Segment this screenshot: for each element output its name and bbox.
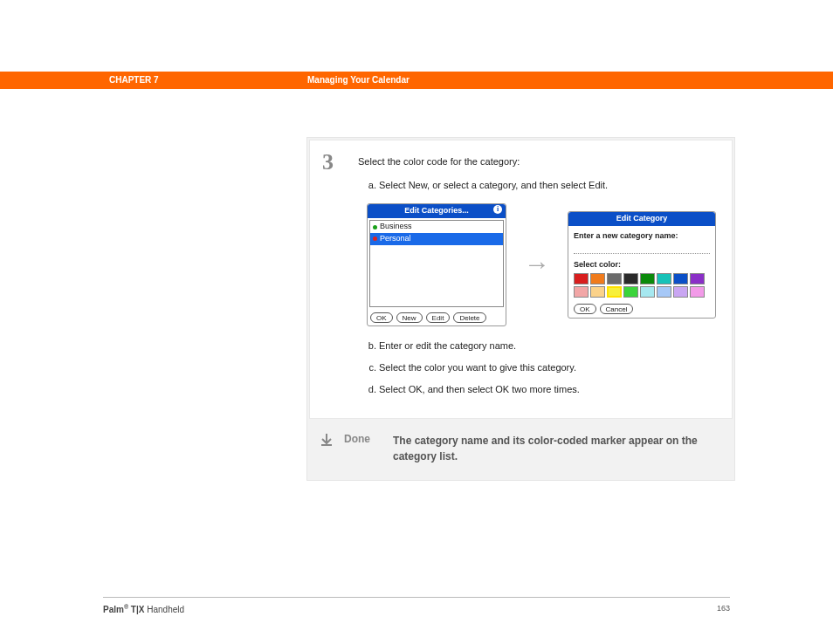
category-name: Personal	[380, 233, 411, 245]
color-swatch	[690, 286, 705, 298]
category-dot	[373, 225, 377, 230]
done-text: The category name and its color-coded ma…	[393, 433, 719, 464]
color-swatch	[574, 286, 589, 298]
color-swatch	[607, 273, 622, 284]
done-icon	[320, 433, 335, 464]
arrow-right-icon: →	[524, 244, 550, 285]
color-grid	[574, 273, 710, 298]
color-swatch	[590, 273, 605, 284]
dialog1-titlebar: Edit Categories... i	[368, 204, 506, 218]
color-swatch	[690, 273, 705, 284]
delete-button: Delete	[453, 312, 485, 323]
step-list: Select New, or select a category, and th…	[358, 178, 716, 193]
dialog2-body: Enter a new category name: Select color:…	[568, 226, 715, 319]
category-item-personal: Personal	[370, 233, 503, 245]
step-body: Select the color code for the category: …	[358, 140, 732, 418]
dialog1-title: Edit Categories...	[404, 206, 469, 215]
dialog2-titlebar: Edit Category	[568, 212, 715, 226]
step-list-cont: Enter or edit the category name. Select …	[358, 339, 716, 397]
color-swatch	[673, 273, 688, 284]
dialog2-title: Edit Category	[616, 214, 668, 223]
category-name: Business	[380, 221, 412, 233]
ok-button: OK	[574, 304, 596, 314]
color-swatch	[623, 286, 638, 298]
step-intro: Select the color code for the category:	[358, 154, 716, 169]
color-swatch	[640, 273, 655, 284]
color-swatch	[607, 286, 622, 298]
chapter-title: Managing Your Calendar	[307, 75, 410, 85]
step-row: 3 Select the color code for the category…	[309, 140, 733, 419]
footer-model-prefix: T|X	[131, 605, 145, 614]
category-list: Business Personal	[369, 220, 504, 307]
edit-category-dialog: Edit Category Enter a new category name:…	[568, 211, 716, 319]
chapter-header-bar: CHAPTER 7 Managing Your Calendar	[0, 72, 833, 89]
dialog1-buttons: OK New Edit Delete	[368, 309, 506, 325]
screenshot-row: Edit Categories... i Business Personal	[367, 203, 716, 326]
color-swatch	[640, 286, 655, 298]
done-label: Done	[344, 433, 384, 464]
done-row: Done The category name and its color-cod…	[307, 421, 734, 480]
color-swatch	[623, 273, 638, 284]
color-swatch	[657, 286, 671, 298]
name-label: Enter a new category name:	[574, 230, 710, 243]
step-item-c: Select the color you want to give this c…	[379, 360, 716, 375]
color-swatch	[657, 273, 671, 284]
cancel-button: Cancel	[600, 304, 634, 314]
step-item-a: Select New, or select a category, and th…	[379, 178, 716, 193]
page-number: 163	[717, 604, 730, 613]
ok-button: OK	[370, 312, 393, 323]
edit-button: Edit	[426, 312, 451, 323]
footer-brand: Palm	[103, 605, 124, 614]
category-dot	[373, 236, 377, 241]
footer-rule	[103, 597, 730, 598]
dialog1-body: Business Personal	[368, 218, 506, 309]
step-item-b: Enter or edit the category name.	[379, 339, 716, 353]
chapter-label: CHAPTER 7	[109, 75, 159, 85]
dialog2-buttons: OK Cancel	[574, 302, 710, 314]
footer-model-suffix: Handheld	[147, 605, 184, 614]
new-button: New	[396, 312, 423, 323]
color-swatch	[574, 273, 589, 284]
category-name-input	[574, 244, 710, 254]
color-swatch	[590, 286, 605, 298]
edit-categories-dialog: Edit Categories... i Business Personal	[367, 203, 506, 326]
step-item-d: Select OK, and then select OK two more t…	[379, 382, 716, 397]
category-item-business: Business	[370, 221, 503, 233]
instruction-panel: 3 Select the color code for the category…	[306, 137, 735, 481]
footer-product: Palm® T|X Handheld	[103, 604, 184, 614]
info-icon: i	[493, 205, 502, 214]
step-number: 3	[310, 140, 358, 418]
color-label: Select color:	[574, 259, 710, 271]
color-swatch	[673, 286, 688, 298]
